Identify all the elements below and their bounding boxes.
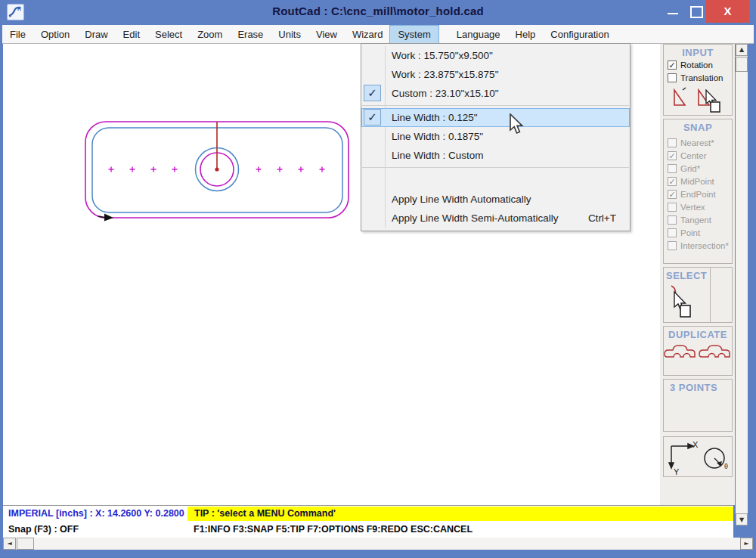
check-icon: ✓	[364, 109, 381, 126]
status-bar: IMPERIAL [inchs] : X: 14.2600 Y: 0.2800 …	[3, 505, 733, 538]
axis-x-label: X	[692, 440, 699, 449]
rotation-label: Rotation	[680, 60, 713, 70]
close-button[interactable]: X	[706, 0, 749, 23]
horizontal-scrollbar[interactable]: ◄ ►	[3, 538, 753, 550]
menu-item-work-23875[interactable]: Work : 23.875"x15.875"	[361, 65, 630, 84]
menu-zoom[interactable]: Zoom	[190, 26, 230, 43]
endpoint-checkbox[interactable]: ✓	[668, 190, 677, 199]
three-points-section[interactable]: 3 POINTS	[663, 379, 733, 432]
axis-section: X Y θ	[663, 436, 733, 477]
menu-item-label: Work : 23.875"x15.875"	[361, 69, 630, 80]
intersection-checkbox[interactable]	[668, 241, 677, 250]
scroll-left-button[interactable]: ◄	[3, 538, 16, 550]
menu-item-label: Apply Line Width Semi-Automatically	[361, 212, 588, 224]
duplicate-section-title: DUPLICATE	[664, 327, 732, 340]
minimize-button[interactable]	[662, 0, 683, 23]
translation-checkbox[interactable]	[668, 73, 677, 82]
menu-item-linewidth-0125[interactable]: ✓ Line Width : 0.125"	[361, 108, 630, 127]
check-icon: ✓	[364, 85, 381, 101]
nearest-label: Nearest*	[680, 138, 714, 147]
menu-item-apply-semi-auto[interactable]: Apply Line Width Semi-Automatically Ctrl…	[361, 209, 630, 228]
snap-status: Snap (F3) : OFF	[8, 524, 79, 535]
menu-item-label: Line Width : Custom	[361, 150, 630, 161]
vertex-label: Vertex	[680, 203, 705, 212]
input-section: INPUT ✓ Rotation Translation	[663, 44, 733, 116]
grid-label: Grid*	[680, 164, 700, 173]
snap-option-vertex[interactable]: Vertex	[664, 200, 732, 213]
select-section[interactable]: SELECT	[663, 267, 733, 323]
menu-item-linewidth-custom[interactable]: Line Width : Custom	[361, 146, 630, 165]
input-section-title: INPUT	[664, 45, 732, 58]
scroll-up-button[interactable]: ▲	[736, 44, 748, 56]
input-option-translation[interactable]: Translation	[664, 71, 732, 84]
vertical-scroll-thumb[interactable]	[736, 57, 748, 72]
snap-option-tangent[interactable]: Tangent	[664, 213, 732, 226]
center-label: Center	[680, 151, 707, 160]
menu-item-label: Line Width : 0.125"	[361, 112, 630, 123]
tip-message: TIP : 'select a MENU Command'	[187, 507, 733, 521]
horizontal-scroll-thumb[interactable]	[17, 538, 34, 550]
center-checkbox[interactable]: ✓	[668, 151, 677, 160]
menu-help[interactable]: Help	[508, 26, 544, 43]
scroll-down-button[interactable]: ▼	[736, 513, 748, 525]
select-section-title: SELECT	[664, 268, 732, 281]
menu-language[interactable]: Language	[449, 26, 508, 43]
cursor-icon	[706, 90, 720, 112]
rotation-tool-icons[interactable]	[664, 84, 732, 116]
menu-item-custom-size[interactable]: ✓ Custom : 23.10"x15.10"	[361, 84, 630, 103]
menu-item-label: Custom : 23.10"x15.10"	[361, 88, 630, 99]
menu-select[interactable]: Select	[147, 26, 190, 43]
menu-separator	[362, 105, 629, 106]
duplicate-section[interactable]: DUPLICATE	[663, 326, 733, 376]
snap-option-intersection[interactable]: Intersection*	[664, 239, 732, 252]
point-label: Point	[680, 228, 700, 237]
title-bar: R e RoutCad : C:\cnc_mill\motor_hold.cad…	[0, 0, 756, 24]
menu-system[interactable]: System	[390, 26, 438, 43]
scroll-right-button[interactable]: ►	[740, 538, 753, 550]
menu-separator	[362, 167, 629, 168]
midpoint-checkbox[interactable]: ✓	[668, 177, 677, 186]
menu-configuration[interactable]: Configuration	[543, 26, 616, 43]
three-points-section-title: 3 POINTS	[664, 380, 732, 393]
menu-units[interactable]: Units	[271, 26, 308, 43]
rotation-checkbox[interactable]: ✓	[668, 60, 677, 70]
menu-bar: File Option Draw Edit Select Zoom Erase …	[2, 25, 754, 44]
maximize-button[interactable]	[685, 0, 706, 23]
menu-item-apply-auto[interactable]: Apply Line Width Automatically	[361, 190, 630, 209]
function-key-help: F1:INFO F3:SNAP F5:TIP F7:OPTIONS F9:RED…	[194, 524, 472, 535]
menu-edit[interactable]: Edit	[116, 26, 147, 43]
nearest-checkbox[interactable]	[668, 138, 677, 147]
tangent-checkbox[interactable]	[668, 215, 677, 225]
tool-panel: INPUT ✓ Rotation Translation	[660, 44, 735, 505]
menu-draw[interactable]: Draw	[77, 26, 115, 43]
menu-item-linewidth-01875[interactable]: Line Width : 0.1875"	[361, 127, 630, 146]
point-checkbox[interactable]	[668, 228, 677, 237]
menu-shortcut: Ctrl+T	[588, 212, 630, 224]
menu-item-work-15750[interactable]: Work : 15.750"x9.500"	[361, 46, 630, 65]
menu-option[interactable]: Option	[33, 26, 77, 43]
menu-erase[interactable]: Erase	[230, 26, 271, 43]
vertex-checkbox[interactable]	[668, 203, 677, 212]
endpoint-label: EndPoint	[680, 190, 716, 199]
menu-item-label: Work : 15.750"x9.500"	[361, 50, 630, 61]
snap-option-point[interactable]: Point	[664, 226, 732, 239]
axis-theta-label: θ	[724, 463, 728, 470]
snap-section: SNAP Nearest* ✓ Center Grid* ✓ MidPoint …	[663, 119, 733, 264]
duplicate-tool-icon	[664, 340, 732, 366]
grid-checkbox[interactable]	[668, 164, 677, 173]
menu-item-label: Line Width : 0.1875"	[361, 131, 630, 142]
snap-option-midpoint[interactable]: ✓ MidPoint	[664, 175, 732, 188]
snap-option-nearest[interactable]: Nearest*	[664, 136, 732, 149]
snap-option-grid[interactable]: Grid*	[664, 162, 732, 175]
input-option-rotation[interactable]: ✓ Rotation	[664, 58, 732, 71]
window-title: RoutCad : C:\cnc_mill\motor_hold.cad	[0, 5, 756, 17]
snap-option-endpoint[interactable]: ✓ EndPoint	[664, 188, 732, 200]
system-dropdown-menu: Work : 15.750"x9.500" Work : 23.875"x15.…	[361, 43, 631, 231]
menu-wizard[interactable]: Wizard	[345, 26, 390, 43]
app-window: R e RoutCad : C:\cnc_mill\motor_hold.cad…	[0, 0, 756, 558]
mouse-cursor-icon	[508, 113, 526, 136]
menu-file[interactable]: File	[2, 26, 33, 43]
snap-option-center[interactable]: ✓ Center	[664, 149, 732, 162]
vertical-scrollbar[interactable]: ▲ ▼	[736, 44, 748, 525]
menu-view[interactable]: View	[308, 26, 345, 43]
